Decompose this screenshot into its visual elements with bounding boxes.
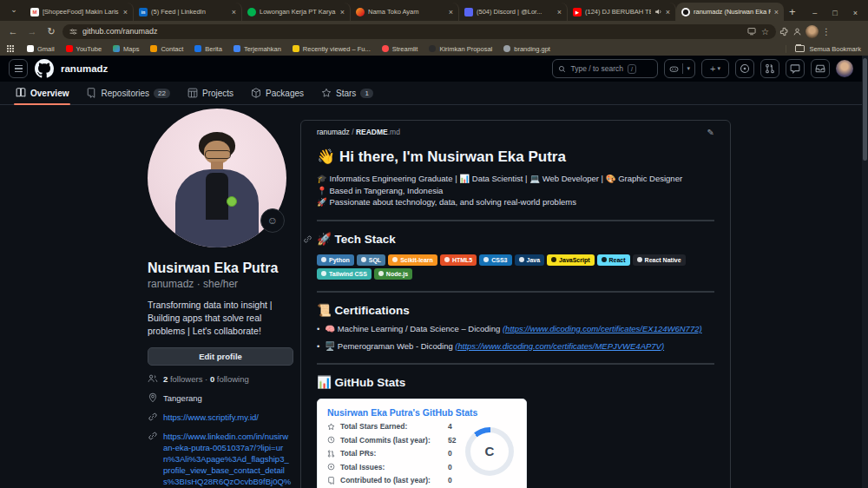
back-button[interactable]: ←: [5, 26, 21, 36]
copilot-button[interactable]: ▾: [664, 59, 695, 78]
cast-icon[interactable]: [747, 27, 756, 36]
url-text[interactable]: github.com/ranumadz: [82, 27, 742, 36]
anchor-link-icon[interactable]: [303, 234, 312, 244]
bookmark-recently-viewed[interactable]: Recently viewed – Fu...: [293, 45, 371, 53]
browser-tab-lowongan[interactable]: Lowongan Kerja PT Karya Bali... ×: [242, 3, 351, 21]
intro-line-3: 🚀 Passionate about technology, data, and…: [317, 197, 714, 208]
set-status-button[interactable]: ☺: [260, 208, 285, 233]
browser-menu-icon[interactable]: ⋮: [822, 27, 831, 36]
markdown-divider: [317, 220, 714, 221]
bookmark-maps[interactable]: Maps: [113, 45, 139, 53]
pull-requests-button[interactable]: [760, 59, 779, 78]
window-controls: – □ ×: [812, 9, 868, 21]
tab-close-icon[interactable]: ×: [232, 8, 236, 16]
bookmark-kirimkan-proposal[interactable]: Kirimkan Proposal: [429, 45, 492, 53]
window-close-button[interactable]: ×: [853, 9, 858, 17]
readme-user[interactable]: ranumadz: [317, 128, 350, 136]
tab-packages[interactable]: Packages: [244, 82, 311, 104]
site-settings-icon[interactable]: [69, 28, 77, 36]
github-username-breadcrumb[interactable]: ranumadz: [61, 63, 108, 74]
book-icon: [16, 88, 26, 98]
apps-grid-icon[interactable]: [7, 45, 14, 52]
browser-tab-linkedin[interactable]: in (5) Feed | LinkedIn ×: [134, 3, 242, 21]
bookmark-contact[interactable]: Contact: [150, 45, 183, 53]
copilot-dropdown-caret[interactable]: ▾: [687, 65, 690, 72]
tab-repositories[interactable]: Repositories 22: [79, 82, 177, 104]
github-header-actions: Type / to search / ▾ +▾: [552, 59, 853, 78]
tab-overview[interactable]: Overview: [9, 82, 76, 104]
forward-button[interactable]: →: [24, 26, 40, 36]
bookmark-berita[interactable]: Berita: [194, 45, 222, 53]
tab-close-icon[interactable]: ×: [557, 8, 562, 16]
browser-tab-youtube[interactable]: ▶ (124) DJ BERUBAH TERO... ×: [568, 3, 676, 21]
browser-tab-gmail[interactable]: M [ShopeeFood] Makin Laris Dan... ×: [25, 3, 134, 21]
tab-title: (124) DJ BERUBAH TERO...: [585, 8, 651, 16]
browser-tab-github-active[interactable]: ranumadz (Nusirwan Eka Putra) ×: [676, 3, 784, 21]
notifications-inbox-button[interactable]: [811, 59, 830, 78]
tab-search-button[interactable]: ⌄: [5, 2, 23, 19]
readme-breadcrumb: ranumadz / README.md ✎: [317, 121, 714, 136]
tech-badge-css3: CSS3: [479, 254, 511, 266]
bookmark-youtube[interactable]: YouTube: [66, 45, 102, 53]
profile-readme-card: ranumadz / README.md ✎ 👋 Hi there, I'm N…: [300, 120, 731, 488]
bookmark-star-icon[interactable]: ☆: [761, 27, 769, 36]
cert-link[interactable]: (https://www.dicoding.com/certificates/E…: [503, 324, 702, 333]
rank-gauge: C: [465, 427, 514, 476]
github-profile-avatar[interactable]: [836, 60, 853, 77]
maximize-button[interactable]: □: [832, 9, 837, 17]
scrollbar-thumb[interactable]: [863, 58, 867, 161]
tab-close-icon[interactable]: ×: [774, 8, 779, 16]
address-bar[interactable]: github.com/ranumadz ☆: [62, 24, 776, 39]
browser-toolbar: ← → ↻ github.com/ranumadz ☆ ⋮: [0, 21, 868, 42]
tab-audio-icon[interactable]: [654, 8, 662, 16]
tab-close-icon[interactable]: ×: [666, 8, 670, 16]
bookmark-branding-gpt[interactable]: branding.gpt: [503, 45, 550, 53]
website-link[interactable]: https://www.scriptify.my.id/: [163, 412, 259, 423]
profile-switcher-icon[interactable]: [792, 27, 802, 36]
tab-close-icon[interactable]: ×: [340, 8, 345, 16]
repo-icon: [327, 477, 335, 485]
browser-profile-avatar[interactable]: [806, 25, 819, 38]
toko-ayam-favicon: [356, 8, 365, 16]
extensions-icon[interactable]: [779, 27, 789, 36]
glints-favicon: [247, 8, 256, 16]
browser-tab-toko-ayam[interactable]: Nama Toko Ayam ×: [351, 3, 459, 21]
badge-logo-icon: [551, 257, 556, 262]
people-icon: [148, 373, 158, 384]
issues-button[interactable]: [735, 59, 754, 78]
tech-badge-tailwind-css: Tailwind CSS: [317, 268, 372, 280]
tab-close-icon[interactable]: ×: [123, 8, 128, 16]
discussions-button[interactable]: [786, 59, 805, 78]
new-tab-button[interactable]: +: [789, 5, 796, 18]
bookmark-streamlit[interactable]: Streamlit: [382, 45, 418, 53]
github-header: ranumadz Type / to search / ▾ +▾: [0, 56, 862, 82]
github-search-input[interactable]: Type / to search /: [552, 59, 658, 78]
github-logo-icon[interactable]: [35, 59, 54, 78]
tech-badge-scikit-learn: Scikit-learn: [388, 254, 437, 266]
linkedin-link[interactable]: https://www.linkedin.com/in/nusirwan-eka…: [163, 431, 292, 488]
certification-item: • 🧠 Machine Learning / Data Science – Di…: [317, 323, 714, 334]
youtube-favicon: ▶: [573, 8, 582, 16]
markdown-divider: [317, 291, 714, 293]
browser-tab-discord[interactable]: (504) Discord | @Lor... ×: [459, 3, 568, 21]
repo-count-badge: 22: [154, 89, 170, 98]
reload-button[interactable]: ↻: [43, 26, 59, 37]
hamburger-menu-button[interactable]: [9, 59, 28, 78]
tab-stars[interactable]: Stars 1: [314, 82, 380, 104]
linkedin-row: https://www.linkedin.com/in/nusirwan-eka…: [148, 431, 292, 488]
projects-icon: [187, 88, 198, 98]
readme-filename[interactable]: README: [356, 128, 388, 136]
edit-readme-pencil-icon[interactable]: ✎: [707, 128, 714, 137]
bookmark-terjemahkan[interactable]: Terjemahkan: [233, 45, 281, 53]
create-new-button[interactable]: +▾: [701, 59, 729, 78]
hamburger-icon: [15, 65, 23, 72]
tech-badge-java: Java: [515, 254, 545, 266]
all-bookmarks-button[interactable]: Semua Bookmark: [786, 45, 861, 53]
bookmark-gmail[interactable]: Gmail: [27, 45, 55, 53]
page-scrollbar[interactable]: [862, 56, 868, 488]
edit-profile-button[interactable]: Edit profile: [148, 347, 293, 366]
tab-projects[interactable]: Projects: [181, 82, 240, 104]
tab-close-icon[interactable]: ×: [449, 8, 453, 16]
minimize-button[interactable]: –: [812, 9, 817, 17]
cert-link[interactable]: (https://www.dicoding.com/certificates/M…: [455, 341, 664, 351]
